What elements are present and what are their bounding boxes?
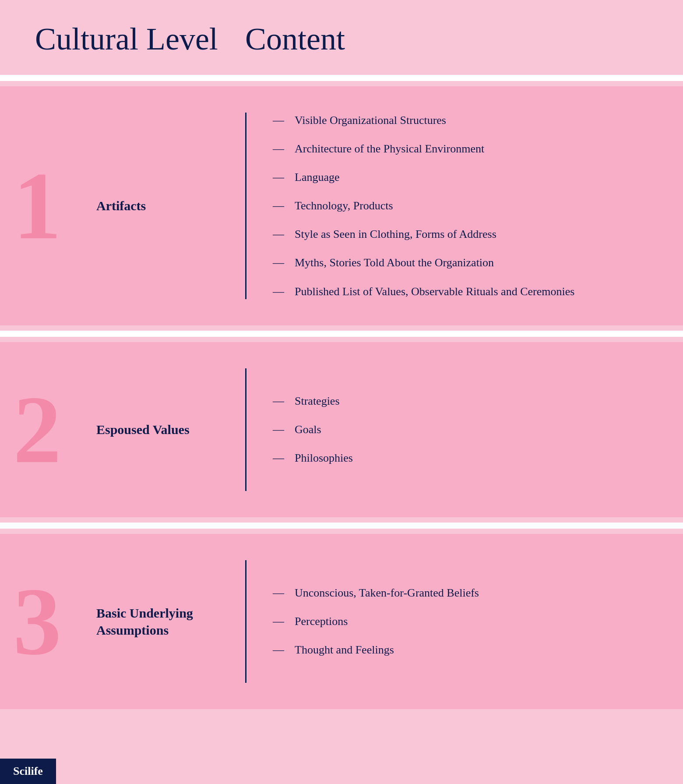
- item-text: Language: [295, 170, 648, 185]
- dash: —: [273, 141, 284, 156]
- dash: —: [273, 422, 284, 437]
- dash: —: [273, 642, 284, 657]
- dash: —: [273, 614, 284, 629]
- section-artifacts: 1 Artifacts — Visible Organizational Str…: [0, 86, 683, 325]
- white-gap-2: [0, 523, 683, 529]
- dash: —: [273, 585, 284, 600]
- dash: —: [273, 170, 284, 185]
- list-item: — Perceptions: [273, 614, 648, 629]
- section-3-divider: [245, 560, 246, 683]
- section-1-divider: [245, 113, 246, 299]
- white-gap-1: [0, 331, 683, 337]
- list-item: — Architecture of the Physical Environme…: [273, 141, 648, 156]
- header: Cultural Level Content: [0, 0, 683, 75]
- sections-container: 1 Artifacts — Visible Organizational Str…: [0, 81, 683, 709]
- section-2-divider: [245, 368, 246, 491]
- list-item: — Language: [273, 170, 648, 185]
- list-item: — Unconscious, Taken-for-Granted Beliefs: [273, 585, 648, 600]
- item-text: Philosophies: [295, 450, 648, 466]
- item-text: Visible Organizational Structures: [295, 113, 648, 128]
- list-item: — Technology, Products: [273, 198, 648, 213]
- item-text: Architecture of the Physical Environment: [295, 141, 648, 156]
- dash: —: [273, 255, 284, 270]
- item-text: Published List of Values, Observable Rit…: [295, 284, 648, 299]
- item-text: Myths, Stories Told About the Organizati…: [295, 255, 648, 270]
- section-1-label: Artifacts: [96, 197, 219, 214]
- section-2-label: Espoused Values: [96, 421, 219, 438]
- dash: —: [273, 113, 284, 128]
- item-text: Perceptions: [295, 614, 648, 629]
- dash: —: [273, 198, 284, 213]
- section-1-items: — Visible Organizational Structures — Ar…: [273, 113, 648, 299]
- dash: —: [273, 393, 284, 409]
- list-item: — Strategies: [273, 393, 648, 409]
- list-item: — Thought and Feelings: [273, 642, 648, 657]
- item-text: Style as Seen in Clothing, Forms of Addr…: [295, 226, 648, 242]
- section-1-number: 1: [13, 158, 61, 254]
- item-text: Goals: [295, 422, 648, 437]
- section-espoused-values: 2 Espoused Values — Strategies — Goals —…: [0, 342, 683, 517]
- item-text: Unconscious, Taken-for-Granted Beliefs: [295, 585, 648, 600]
- section-2-items: — Strategies — Goals — Philosophies: [273, 393, 648, 466]
- header-cultural-level: Cultural Level: [35, 21, 245, 57]
- section-3-label: Basic Underlying Assumptions: [96, 604, 219, 639]
- list-item: — Published List of Values, Observable R…: [273, 284, 648, 299]
- list-item: — Philosophies: [273, 450, 648, 466]
- dash: —: [273, 284, 284, 299]
- footer-brand: Scilife: [0, 759, 56, 784]
- section-3-items: — Unconscious, Taken-for-Granted Beliefs…: [273, 585, 648, 657]
- item-text: Strategies: [295, 393, 648, 409]
- item-text: Technology, Products: [295, 198, 648, 213]
- item-text: Thought and Feelings: [295, 642, 648, 657]
- list-item: — Visible Organizational Structures: [273, 113, 648, 128]
- dash: —: [273, 226, 284, 242]
- section-3-number: 3: [13, 573, 61, 670]
- list-item: — Goals: [273, 422, 648, 437]
- header-divider: [0, 75, 683, 81]
- section-2-number: 2: [13, 381, 61, 478]
- section-basic-underlying: 3 Basic Underlying Assumptions — Unconsc…: [0, 534, 683, 709]
- list-item: — Myths, Stories Told About the Organiza…: [273, 255, 648, 270]
- header-content-label: Content: [245, 21, 345, 57]
- dash: —: [273, 450, 284, 466]
- list-item: — Style as Seen in Clothing, Forms of Ad…: [273, 226, 648, 242]
